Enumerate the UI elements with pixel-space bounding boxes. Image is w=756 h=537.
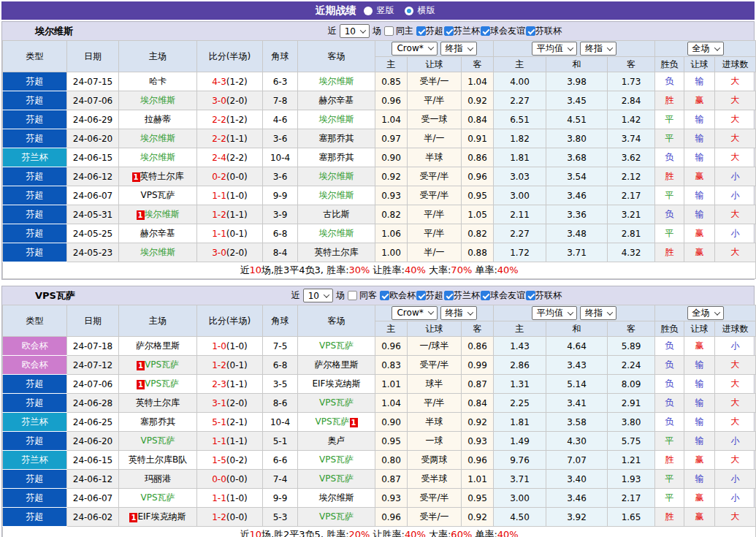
away-team: 埃尔维斯 (298, 167, 375, 186)
odds-stage-select[interactable]: 终指 (440, 306, 477, 320)
hcp-line: 受平/半 (408, 489, 462, 508)
team-label: 萨尔格里斯 (315, 359, 359, 370)
avg-source-select[interactable]: 平均值 (532, 42, 577, 56)
avg-draw-odds: 4.64 (546, 337, 608, 356)
avg-stage-select[interactable]: 终指 (580, 306, 616, 320)
league-checkbox[interactable] (481, 26, 490, 36)
result-handicap: 赢 (684, 91, 715, 110)
handicap-group-header: Crow* 终指 (375, 41, 494, 57)
sub-header-hcp-away: 客 (462, 57, 494, 72)
hcp-home-odds: 1.00 (375, 243, 408, 262)
layout-radio-horizontal[interactable] (405, 7, 413, 15)
fulltime-score: 3-1 (212, 398, 226, 408)
avg-draw-odds: 3.41 (546, 394, 608, 413)
hcp-line: 平/半 (408, 224, 462, 243)
hcp-away-odds: 0.87 (462, 375, 494, 394)
fulltime-score: 1-1 (212, 493, 226, 503)
chevron-down-icon (714, 309, 719, 315)
odds-stage-select[interactable]: 终指 (440, 42, 477, 56)
league-badge: 芬超 (3, 186, 67, 205)
result-outcome: 平 (655, 110, 684, 129)
team-label: 塞那乔其 (319, 133, 354, 143)
result-goals: 小 (715, 489, 756, 508)
same-side-label: 同客 (359, 289, 377, 302)
match-date: 24-06-25 (67, 413, 119, 432)
score: 1-1(0-1) (197, 224, 263, 243)
chevron-down-icon (607, 45, 613, 50)
league-badge: 欧会杯 (3, 356, 67, 375)
same-side-checkbox[interactable] (348, 291, 357, 300)
team-label: VPS瓦萨 (319, 340, 354, 351)
league-checkbox[interactable] (444, 291, 454, 300)
avg-away-odds: 1.65 (608, 508, 655, 527)
team-label: 埃尔维斯 (140, 247, 175, 257)
score: 1-1(1-0) (197, 489, 263, 508)
avg-away-odds: 2.84 (608, 91, 655, 110)
team-label: 埃尔维斯 (319, 114, 354, 124)
hcp-line: 球半 (408, 375, 462, 394)
summary-part: 10 (249, 264, 261, 275)
league-badge: 欧会杯 (3, 337, 67, 356)
match-date: 24-06-15 (67, 148, 119, 167)
result-goals: 小 (715, 337, 756, 356)
halftime-score: (1-1) (226, 436, 248, 446)
hcp-line: 受两球 (408, 451, 462, 470)
match-row: 芬超24-07-061VPS瓦萨2-3(1-1)3-5EIF埃克纳斯1.01球半… (3, 375, 756, 394)
corners: 7-4 (263, 470, 298, 489)
result-outcome: 胜 (655, 91, 684, 110)
recent-count-select[interactable]: 10 (340, 24, 370, 38)
scope-select[interactable]: 全场 (687, 306, 724, 320)
odds-source-select[interactable]: Crow* (392, 42, 437, 56)
col-header-date: 日期 (67, 305, 119, 337)
avg-stage-select[interactable]: 终指 (580, 42, 616, 56)
scope-select[interactable]: 全场 (687, 42, 724, 56)
halftime-score: (1-2) (226, 77, 248, 87)
avg-home-odds: 2.25 (494, 394, 546, 413)
hcp-line: 受平/半 (408, 356, 462, 375)
sub-header-avg-draw: 和 (546, 321, 608, 337)
league-checkbox[interactable] (444, 26, 454, 36)
match-date: 24-06-12 (67, 167, 119, 186)
hcp-line: 半/一 (408, 129, 462, 148)
recent-count-select[interactable]: 10 (303, 289, 333, 302)
result-goals: 小 (715, 167, 756, 186)
result-outcome: 负 (655, 394, 684, 413)
summary-part: 10 (249, 529, 261, 537)
layout-radio-vertical[interactable] (364, 7, 373, 15)
avg-home-odds: 3.00 (494, 489, 546, 508)
hcp-home-odds: 0.90 (375, 413, 408, 432)
sub-header-handicap-result: 让球 (684, 321, 715, 337)
recent-prefix-label: 近 (291, 289, 300, 302)
col-header-home: 主场 (119, 41, 197, 72)
result-goals: 大 (715, 508, 756, 527)
odds-source-select[interactable]: Crow* (392, 306, 437, 320)
league-checkbox[interactable] (481, 291, 490, 300)
home-team: 哈卡 (119, 72, 197, 91)
home-team: 塞那乔其 (119, 413, 197, 432)
avg-home-odds: 1.49 (494, 432, 546, 451)
halftime-score: (1-1) (226, 379, 248, 389)
result-goals: 小 (715, 432, 756, 451)
league-checkbox[interactable] (416, 26, 426, 36)
score: 1-1(1-1) (197, 432, 263, 451)
fulltime-score: 1-5 (212, 455, 226, 465)
hcp-away-odds: 0.92 (462, 508, 494, 527)
summary-part: 让胜率: (370, 529, 405, 537)
league-checkbox[interactable] (526, 291, 535, 300)
fulltime-score: 2-2 (212, 115, 226, 125)
avg-away-odds: 5.89 (608, 337, 655, 356)
avg-draw-odds: 3.45 (546, 91, 608, 110)
league-checkbox[interactable] (380, 291, 389, 300)
league-checkbox[interactable] (526, 26, 535, 36)
score: 2-3(1-1) (197, 375, 263, 394)
halftime-score: (2-0) (226, 398, 248, 408)
avg-source-select[interactable]: 平均值 (532, 306, 577, 320)
league-checkbox[interactable] (416, 291, 426, 300)
match-date: 24-05-31 (67, 205, 119, 224)
fulltime-score: 3-0 (212, 96, 226, 106)
result-outcome: 负 (655, 72, 684, 91)
hcp-home-odds: 1.01 (375, 375, 408, 394)
same-side-checkbox[interactable] (384, 26, 394, 36)
score: 1-5(0-2) (197, 451, 263, 470)
team-label: VPS瓦萨 (140, 492, 175, 503)
